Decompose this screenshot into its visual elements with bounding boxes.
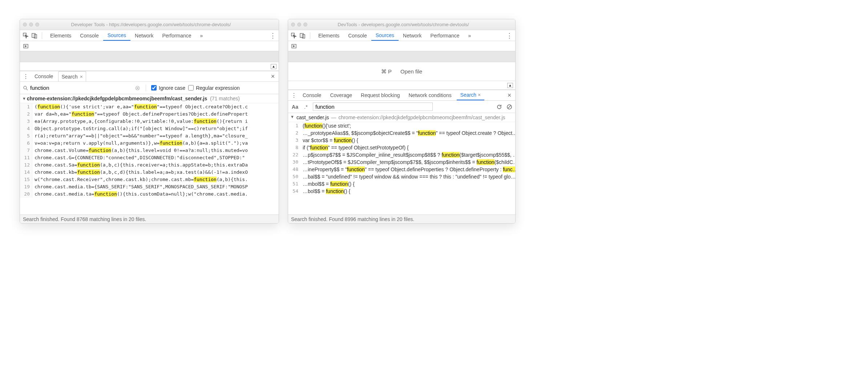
tab-network[interactable]: Network [399,30,426,41]
drawer-tab-console[interactable]: Console [299,90,325,100]
drawer-tab-search[interactable]: Search × [58,71,86,81]
collapse-icon[interactable]: ▲ [271,64,276,69]
inspect-icon[interactable] [22,32,29,39]
result-row[interactable]: 30…tPrototypeOf$$ = $JSCompiler_temp$jsc… [288,159,515,166]
drawer-tab-search[interactable]: Search × [457,90,484,100]
result-row[interactable]: 4Object.prototype.toString.call(a);if("[… [20,125,279,132]
line-number: 5 [20,132,32,140]
code-line: ea(Array.prototype,a,{configurable:!0,wr… [32,118,248,125]
result-row[interactable]: 51…mbol$$ = function() { [288,180,515,188]
line-number: 48 [288,166,300,173]
line-number: 1 [288,122,300,129]
code-line: r(a);return"array"==b||"object"==b&&"num… [32,132,248,140]
result-row[interactable]: 3var $ctor$$ = function() { [288,137,515,144]
minimize-dot[interactable] [297,23,301,27]
line-number: 2 [288,129,300,137]
ignore-case-checkbox[interactable]: Ignore case [151,85,185,91]
match-case-button[interactable]: Aa [291,104,299,110]
more-icon[interactable]: ⋮ [269,32,276,39]
result-row[interactable]: 2var da=h,ea="function"==typeof Object.d… [20,111,279,118]
tab-elements[interactable]: Elements [46,30,76,41]
result-row[interactable]: 2…_prototypeAlias$$, $$jscomp$objectCrea… [288,129,515,137]
code-line: chrome.cast.Sa=function(a,b,c){this.rece… [32,161,248,169]
result-row[interactable]: 8if ("function" == typeof Object.setProt… [288,144,515,151]
navigator-toggle-icon[interactable] [22,43,29,50]
ignore-case-input[interactable] [151,85,157,91]
tab-performance[interactable]: Performance [426,30,464,41]
refresh-icon[interactable] [496,104,502,110]
result-file-header[interactable]: ▼ chrome-extension://pkedcjkdefgpdelpbcm… [20,94,279,103]
result-row[interactable]: 1(function(){'use strict'; [288,122,515,129]
result-row[interactable]: 14chrome.cast.kb=function(a,b,c,d){this.… [20,169,279,176]
result-row[interactable]: 20chrome.cast.media.ta=function(){this.c… [20,190,279,198]
svg-rect-1 [32,33,35,37]
close-icon[interactable]: × [478,92,481,98]
line-number: 22 [288,151,300,159]
tab-overflow[interactable]: » [196,30,207,41]
drawer-tab-network-conditions[interactable]: Network conditions [405,90,455,100]
tab-performance[interactable]: Performance [158,30,195,41]
cancel-icon[interactable] [506,104,512,110]
result-row[interactable]: 19chrome.cast.media.tb={SANS_SERIF:"SANS… [20,183,279,190]
more-icon[interactable]: ⋮ [506,32,513,39]
separator [42,32,42,39]
search-input[interactable] [313,103,433,111]
drawer-tab-console[interactable]: Console [31,71,57,81]
line-number: 6 [20,140,32,147]
result-row[interactable]: 5r(a);return"array"==b||"object"==b&&"nu… [20,132,279,140]
tab-console[interactable]: Console [76,30,103,41]
tab-console[interactable]: Console [344,30,371,41]
close-dot[interactable] [291,23,295,27]
code-line: …ineProperty$$ = "function" == typeof Ob… [300,166,515,173]
tab-sources[interactable]: Sources [371,30,399,41]
result-row[interactable]: 15w("chrome.cast.Receiver",chrome.cast.k… [20,176,279,183]
regex-button[interactable]: .* [302,104,310,110]
device-icon[interactable] [31,32,38,39]
drawer-more-icon[interactable]: ⋮ [290,92,298,99]
navigator-bar [288,41,515,51]
minimize-dot[interactable] [29,23,33,27]
result-row[interactable]: 22…p$jscomp$7$$ = $JSCompiler_inline_res… [288,151,515,159]
code-line: chrome.cast.media.ta=function(){this.cus… [32,190,248,198]
result-row[interactable]: 1(function(){'use strict';var e,aa="func… [20,103,279,111]
result-row[interactable]: 3ea(Array.prototype,a,{configurable:!0,w… [20,118,279,125]
result-file-header[interactable]: ▼ cast_sender.js — chrome-extension://pk… [288,113,515,122]
close-dot[interactable] [23,23,27,27]
result-row[interactable]: 12chrome.cast.Sa=function(a,b,c){this.re… [20,161,279,169]
tab-network[interactable]: Network [130,30,158,41]
drawer-tab-coverage[interactable]: Coverage [326,90,356,100]
line-number: 30 [288,159,300,166]
result-row[interactable]: 6v=oa:v=pa;return v.apply(null,arguments… [20,140,279,147]
result-row[interactable]: 11chrome.cast.G={CONNECTED:"connected",D… [20,154,279,161]
status-text: Search finished. Found 8996 matching lin… [291,216,414,222]
close-icon[interactable]: × [80,74,83,80]
drawer-tab-request-blocking[interactable]: Request blocking [357,90,403,100]
collapse-icon[interactable]: ▲ [507,83,513,88]
result-row[interactable]: 7chrome.cast.Volume=function(a,b){this.l… [20,147,279,154]
regex-input[interactable] [188,85,194,91]
zoom-dot[interactable] [35,23,39,27]
traffic-lights [291,23,307,27]
code-line: v=oa:v=pa;return v.apply(null,arguments)… [32,140,248,147]
result-row[interactable]: 50…bal$$ = "undefined" != typeof window … [288,173,515,180]
device-icon[interactable] [299,32,306,39]
tab-sources[interactable]: Sources [103,30,130,41]
tab-overflow[interactable]: » [464,30,476,41]
editor-toggle-bar: ▲ [20,62,279,71]
navigator-bar [20,41,279,51]
search-input[interactable] [30,85,132,91]
tab-elements[interactable]: Elements [314,30,344,41]
drawer-close-icon[interactable]: × [506,92,513,99]
zoom-dot[interactable] [303,23,307,27]
drawer-tabs: ⋮ Console Search × × [20,71,279,82]
inspect-icon[interactable] [290,32,298,39]
result-row[interactable]: 48…ineProperty$$ = "function" == typeof … [288,166,515,173]
editor-toggle-bar: ▲ [288,81,515,90]
file-path: chrome-extension://pkedcjkdefgpdelpbcmbm… [338,115,505,120]
clear-icon[interactable]: ⊗ [134,84,141,92]
drawer-more-icon[interactable]: ⋮ [22,73,29,80]
regex-checkbox[interactable]: Regular expression [188,85,240,91]
drawer-close-icon[interactable]: × [269,73,276,80]
navigator-toggle-icon[interactable] [290,43,298,50]
result-row[interactable]: 54…bol$$ = function() { [288,188,515,195]
